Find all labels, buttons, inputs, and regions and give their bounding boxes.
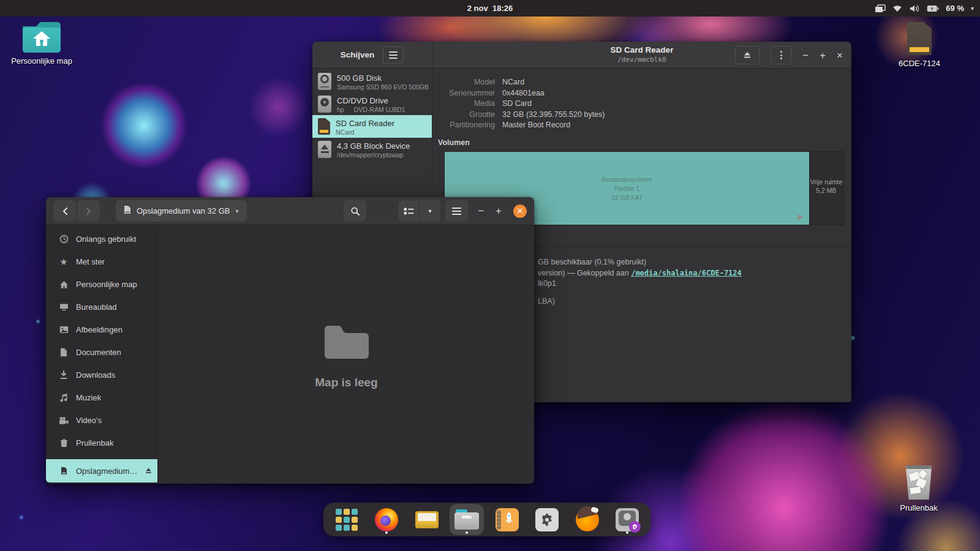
block-device-icon: [318, 141, 331, 158]
settings-gear-icon: [535, 508, 559, 531]
desktop-icon-label: Prullenbak: [900, 503, 937, 512]
sidebar-item-documents[interactable]: Documenten: [46, 341, 157, 364]
device-row-block-device[interactable]: 4,3 GB Block Device /dev/mapper/cryptswa…: [312, 138, 432, 160]
dock-item-firefox[interactable]: [369, 504, 404, 535]
sidebar-item-pictures[interactable]: Afbeeldingen: [46, 318, 157, 341]
window-title: SD Card Reader: [611, 45, 674, 56]
system-tray[interactable]: 69 % ▾: [875, 0, 974, 17]
download-icon: [59, 370, 69, 380]
sidebar-item-home[interactable]: Persoonlijke map: [46, 273, 157, 296]
list-view-icon[interactable]: [398, 200, 419, 222]
mount-point-link[interactable]: /media/shalaina/6CDE-7124: [631, 269, 742, 277]
drive-info-grid: ModelNCard Serienummer0x44801eaa MediaSD…: [439, 78, 605, 129]
app-menu-button[interactable]: [383, 47, 404, 64]
clock[interactable]: 2 nov 18:26: [467, 4, 513, 13]
detail-line: LBA): [538, 296, 844, 307]
empty-folder-icon: [321, 320, 372, 360]
free-space-segment[interactable]: Vrije ruimte 5,2 MB: [809, 152, 843, 225]
disks-headerbar: Schijven SD Card Reader /dev/mmcblk0 − +…: [312, 42, 851, 69]
battery-icon: [927, 5, 939, 12]
dock-item-settings[interactable]: [530, 504, 564, 535]
search-button[interactable]: [344, 200, 366, 222]
close-button[interactable]: ✕: [513, 204, 527, 218]
device-detail: Samsung SSD 860 EVO 500GB: [337, 83, 429, 91]
rocket-app-icon: [496, 508, 519, 531]
minimize-button[interactable]: −: [478, 206, 484, 216]
disks-header-left: Schijven: [312, 42, 432, 68]
info-label: Serienummer: [439, 89, 495, 97]
dock-item-mail[interactable]: [410, 504, 444, 535]
desktop-icon-label: Persoonlijke map: [11, 56, 72, 66]
location-button[interactable]: Opslagmedium van 32 GB ▾: [116, 200, 247, 222]
device-detail: /dev/mapper/cryptswap: [337, 151, 404, 159]
chevron-down-icon: ▾: [235, 208, 238, 214]
dock-item-app-grid[interactable]: [330, 504, 364, 535]
sidebar-item-desktop[interactable]: Bureaublad: [46, 296, 157, 318]
device-name: 4,3 GB Block Device: [337, 141, 410, 151]
back-button[interactable]: [53, 200, 76, 222]
sidebar-item-music[interactable]: Muziek: [46, 386, 157, 409]
display-mirror-icon: [875, 4, 886, 13]
sd-card-icon: [124, 205, 131, 217]
location-label: Opslagmedium van 32 GB: [137, 206, 230, 216]
dock-item-rocket-app[interactable]: [490, 504, 524, 535]
dock-item-disks[interactable]: [610, 504, 644, 535]
maximize-button[interactable]: +: [496, 206, 502, 216]
eject-icon[interactable]: [145, 467, 153, 474]
maximize-button[interactable]: +: [820, 50, 826, 61]
device-detail2: DVD-RAM UJ8D1: [354, 106, 405, 114]
sidebar-item-starred[interactable]: ★ Met ster: [46, 250, 157, 273]
info-value: Master Boot Record: [502, 121, 605, 129]
view-options-chevron[interactable]: ▾: [420, 200, 440, 222]
desktop-icon-home[interactable]: Persoonlijke map: [5, 22, 78, 66]
sidebar-separator: [46, 454, 157, 459]
forward-button[interactable]: [77, 200, 100, 222]
harddisk-icon: [318, 73, 331, 90]
sidebar-item-label: Afbeeldingen: [76, 325, 123, 334]
sidebar-item-storage-medium[interactable]: Opslagmedium…: [46, 459, 157, 482]
sidebar-item-label: Met ster: [76, 257, 105, 266]
desktop-icon-sdcard[interactable]: 6CDE-7124: [883, 22, 956, 68]
close-button[interactable]: ×: [837, 50, 843, 61]
disks-app-icon: [616, 508, 639, 531]
hamburger-menu-button[interactable]: [445, 200, 468, 222]
device-row-sdcard[interactable]: SD Card Reader NCard: [312, 115, 432, 138]
sidebar-item-trash[interactable]: Prullenbak: [46, 432, 157, 454]
info-label: Grootte: [439, 110, 495, 119]
sidebar-item-label: Video's: [76, 416, 102, 425]
app-title: Schijven: [341, 50, 375, 59]
desktop-icon-trash[interactable]: Prullenbak: [882, 465, 956, 512]
device-row-cdrom[interactable]: CD/DVD Drive hpDVD-RAM UJ8D1: [312, 92, 432, 115]
device-name: 500 GB Disk: [337, 73, 382, 83]
kebab-menu-button[interactable]: [771, 46, 791, 64]
wifi-icon: [892, 5, 902, 12]
device-detail: NCard: [336, 129, 354, 137]
desktop: 2 nov 18:26 69 % ▾ Persoonlijke map 6CDE…: [0, 0, 980, 551]
sidebar-item-label: Onlangs gebruikt: [76, 234, 136, 244]
sd-card-icon: [907, 22, 932, 55]
device-name: CD/DVD Drive: [337, 96, 388, 105]
top-bar: 2 nov 18:26 69 % ▾: [0, 0, 980, 17]
detail-line: lk0p1: [538, 279, 844, 290]
sidebar-item-recent[interactable]: Onlangs gebruikt: [46, 228, 157, 250]
minimize-button[interactable]: −: [802, 50, 809, 61]
sidebar-item-label: Bureaublad: [76, 302, 117, 312]
mail-icon: [415, 509, 439, 530]
files-icon: [454, 509, 479, 530]
sidebar-item-downloads[interactable]: Downloads: [46, 364, 157, 386]
dock-item-software-app[interactable]: [570, 504, 605, 535]
chevron-down-icon: ▾: [971, 5, 974, 12]
path-bar-empty[interactable]: [247, 200, 338, 222]
info-value: NCard: [502, 78, 605, 86]
window-subtitle: /dev/mmcblk0: [611, 56, 674, 64]
device-row-disk[interactable]: 500 GB Disk Samsung SSD 860 EVO 500GB: [312, 70, 432, 92]
eject-button[interactable]: [735, 46, 760, 64]
firefox-icon: [375, 508, 398, 531]
star-icon: ★: [59, 257, 69, 266]
clock-icon: [59, 234, 69, 244]
sidebar-item-videos[interactable]: Video's: [46, 409, 157, 432]
software-app-icon: [576, 508, 599, 531]
app-grid-icon: [336, 509, 358, 531]
dock-item-files[interactable]: [450, 504, 484, 535]
trash-full-icon: [905, 465, 933, 500]
